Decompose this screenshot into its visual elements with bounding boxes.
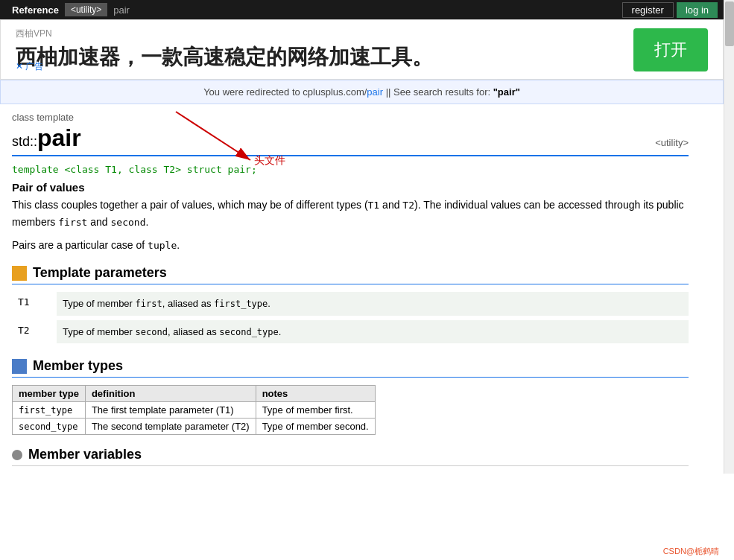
redirect-notice: You were redirected to cplusplus.com/pai… <box>0 80 724 104</box>
description-para2: Pairs are a particular case of tuple. <box>12 237 689 254</box>
template-definition: template <class T1, class T2> struct pai… <box>12 164 689 175</box>
cell-second-notes: Type of member second. <box>256 419 375 435</box>
member-vars-section: Member variables <box>12 447 689 462</box>
ad-title: 西柚加速器，一款高速稳定的网络加速工具。 <box>16 43 633 71</box>
redirect-link[interactable]: pair <box>367 86 383 98</box>
cell-second-type: second_type <box>13 419 86 435</box>
member-types-table: member type definition notes first_type … <box>12 385 376 435</box>
cell-second-def: The second template parameter (T2) <box>85 419 256 435</box>
ad-banner: 西柚VPN 西柚加速器，一款高速稳定的网络加速工具。 打开 ✕ 广告 <box>0 19 724 80</box>
description-para1: This class couples together a pair of va… <box>12 197 689 231</box>
annotation-area: template <class T1, class T2> struct pai… <box>12 164 689 175</box>
pair-of-values-title: Pair of values <box>12 181 689 194</box>
template-params-title: Template parameters <box>33 265 167 281</box>
param-t1-desc: Type of member first, aliased as first_t… <box>57 292 689 316</box>
nav-reference[interactable]: Reference <box>6 3 65 17</box>
class-name: pair <box>37 124 81 151</box>
class-title-row: std::pair <utility> <box>12 124 689 152</box>
nav-utility[interactable]: <utility> <box>65 3 107 16</box>
utility-tag: <utility> <box>655 137 689 148</box>
param-t2-name: T2 <box>12 320 57 344</box>
title-divider <box>12 155 689 156</box>
col-notes: notes <box>256 386 375 402</box>
param-t1-row: T1 Type of member first, aliased as firs… <box>12 292 689 316</box>
param-t2-row: T2 Type of member second, aliased as sec… <box>12 320 689 344</box>
template-params-divider <box>12 284 689 284</box>
login-button[interactable]: log in <box>677 2 718 18</box>
ad-close-button[interactable]: ✕ 广告 <box>16 60 43 73</box>
nav-auth-buttons: register log in <box>622 2 718 18</box>
redirect-text: You were redirected to cplusplus.com/pai… <box>203 86 520 98</box>
ad-open-button[interactable]: 打开 <box>633 28 708 71</box>
member-vars-title: Member variables <box>28 447 142 462</box>
member-types-header-row: member type definition notes <box>13 386 376 402</box>
member-types-icon <box>12 359 27 374</box>
member-vars-bullet <box>12 450 22 460</box>
member-types-header: Member types <box>12 358 689 374</box>
template-params-icon <box>12 266 27 281</box>
ad-content: 西柚VPN 西柚加速器，一款高速稳定的网络加速工具。 <box>16 28 633 71</box>
class-prefix: std:: <box>12 134 37 149</box>
top-nav: Reference <utility> pair register log in <box>0 0 724 19</box>
main-content: class template std::pair <utility> templ… <box>0 104 700 474</box>
cell-first-type: first_type <box>13 402 86 419</box>
ad-vendor: 西柚VPN <box>16 28 633 40</box>
cell-first-def: The first template parameter (T1) <box>85 402 256 419</box>
col-member-type: member type <box>13 386 86 402</box>
member-types-title: Member types <box>33 358 123 374</box>
class-title: std::pair <box>12 124 81 152</box>
register-button[interactable]: register <box>622 2 674 18</box>
table-row: second_type The second template paramete… <box>13 419 376 435</box>
cell-first-notes: Type of member first. <box>256 402 375 419</box>
param-t1-name: T1 <box>12 292 57 316</box>
class-type-label: class template <box>12 112 689 123</box>
table-row: first_type The first template parameter … <box>13 402 376 419</box>
member-vars-divider <box>12 465 689 466</box>
member-types-divider <box>12 377 689 378</box>
scrollbar[interactable] <box>724 0 734 474</box>
nav-pair[interactable]: pair <box>107 3 136 17</box>
col-definition: definition <box>85 386 256 402</box>
search-term: "pair" <box>493 86 520 98</box>
param-t2-desc: Type of member second, aliased as second… <box>57 320 689 344</box>
template-params-header: Template parameters <box>12 265 689 281</box>
